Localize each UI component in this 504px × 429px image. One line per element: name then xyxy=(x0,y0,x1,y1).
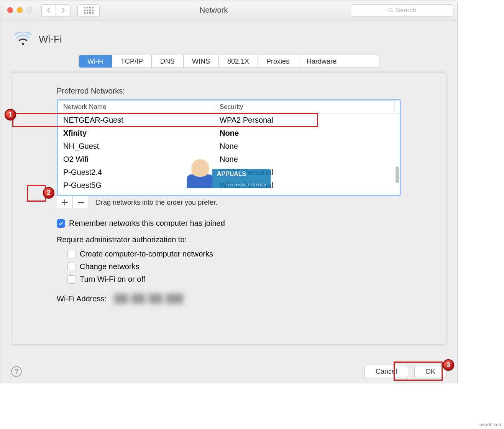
tab-tcpip[interactable]: TCP/IP xyxy=(112,55,152,67)
attribution-text: wsxdn.com xyxy=(479,422,502,427)
help-icon: ? xyxy=(15,368,18,376)
col-security[interactable]: Security xyxy=(215,103,394,111)
wifi-address-label: Wi-Fi Address: xyxy=(57,294,107,303)
remember-networks-row: Remember networks this computer has join… xyxy=(57,219,401,228)
titlebar: Network Search xyxy=(0,0,457,20)
search-placeholder: Search xyxy=(396,7,417,14)
wifi-address-row: Wi-Fi Address: xyxy=(57,294,401,304)
add-network-button[interactable] xyxy=(57,196,73,209)
table-row[interactable]: P-Guest2.4 WPA2 Personal xyxy=(58,166,400,179)
wifi-icon xyxy=(14,32,32,46)
panel-header: Wi-Fi xyxy=(11,32,447,46)
content-area: Wi-Fi Wi-Fi TCP/IP DNS WINS 802.1X Proxi… xyxy=(0,20,457,345)
help-button[interactable]: ? xyxy=(11,366,22,377)
scrollbar-thumb[interactable] xyxy=(396,166,399,183)
forward-button[interactable] xyxy=(56,4,71,16)
nav-buttons xyxy=(41,4,71,16)
col-end xyxy=(394,100,400,113)
tab-8021x[interactable]: 802.1X xyxy=(219,55,258,67)
remember-networks-label: Remember networks this computer has join… xyxy=(69,219,225,228)
dialog-footer: ? Cancel OK xyxy=(0,360,457,383)
annotation-badge-1: 1 xyxy=(5,109,16,120)
minus-icon xyxy=(78,199,84,205)
row-name: P-Guest2.4 xyxy=(58,168,215,177)
row-security: WPA2 Personal xyxy=(215,116,400,125)
preferences-window: Network Search Wi-Fi Wi-Fi TCP/IP DNS WI… xyxy=(0,0,458,383)
search-input[interactable]: Search xyxy=(351,4,453,16)
row-name: Xfinity xyxy=(58,129,215,138)
tab-wins[interactable]: WINS xyxy=(184,55,219,67)
admin-turnonoff-label: Turn Wi-Fi on or off xyxy=(80,275,145,284)
row-name: P-Guest5G xyxy=(58,181,215,190)
wifi-address-value-blurred xyxy=(114,294,183,304)
admin-change-label: Change networks xyxy=(80,262,140,271)
admin-create-label: Create computer-to-computer networks xyxy=(80,250,213,258)
admin-create-checkbox[interactable] xyxy=(67,250,76,258)
row-security: None xyxy=(215,155,400,164)
table-row[interactable]: NETGEAR-Guest WPA2 Personal xyxy=(58,113,400,127)
table-row[interactable]: NH_Guest None xyxy=(58,140,400,153)
back-button[interactable] xyxy=(41,4,56,16)
close-window-icon[interactable] xyxy=(7,7,13,13)
col-network-name[interactable]: Network Name xyxy=(58,103,215,111)
row-security: WPA2 Personal xyxy=(215,181,400,190)
row-name: O2 Wifi xyxy=(58,155,215,164)
row-security: None xyxy=(215,129,400,138)
admin-auth-label: Require administrator authorization to: xyxy=(57,235,401,244)
annotation-badge-3: 3 xyxy=(443,359,454,371)
admin-options: Create computer-to-computer networks Cha… xyxy=(67,250,401,284)
admin-change-checkbox[interactable] xyxy=(67,263,76,271)
check-icon xyxy=(58,221,64,226)
row-security: WPA2 Personal xyxy=(215,168,400,177)
minimize-window-icon[interactable] xyxy=(17,7,23,13)
table-header: Network Name Security xyxy=(58,100,400,113)
tab-proxies[interactable]: Proxies xyxy=(258,55,298,67)
row-name: NETGEAR-Guest xyxy=(58,116,215,125)
table-row[interactable]: Xfinity None xyxy=(58,127,400,140)
annotation-badge-2: 2 xyxy=(43,187,54,199)
add-remove-row: Drag networks into the order you prefer. xyxy=(57,196,401,209)
remember-networks-checkbox[interactable] xyxy=(57,219,65,228)
table-body: NETGEAR-Guest WPA2 Personal Xfinity None… xyxy=(58,113,400,192)
cancel-button[interactable]: Cancel xyxy=(364,365,408,378)
drag-hint-text: Drag networks into the order you prefer. xyxy=(96,196,217,209)
table-row[interactable]: O2 Wifi None xyxy=(58,153,400,166)
plus-icon xyxy=(62,199,68,205)
tab-hardware[interactable]: Hardware xyxy=(298,55,345,67)
zoom-window-icon xyxy=(26,7,32,13)
remove-network-button[interactable] xyxy=(73,196,89,209)
search-icon xyxy=(388,7,394,13)
page-title: Wi-Fi xyxy=(39,33,62,45)
tab-dns[interactable]: DNS xyxy=(152,55,184,67)
preferred-networks-label: Preferred Networks: xyxy=(57,87,401,95)
traffic-lights xyxy=(7,7,32,13)
admin-turnonoff-checkbox[interactable] xyxy=(67,275,76,284)
wifi-panel: Preferred Networks: Network Name Securit… xyxy=(11,72,447,345)
window-title: Network xyxy=(77,6,351,15)
row-name: NH_Guest xyxy=(58,142,215,151)
ok-button[interactable]: OK xyxy=(414,365,447,378)
table-row[interactable]: P-Guest5G WPA2 Personal xyxy=(58,179,400,192)
row-security: None xyxy=(215,142,400,151)
chevron-right-icon xyxy=(61,7,66,13)
preferred-networks-table[interactable]: Network Name Security NETGEAR-Guest WPA2… xyxy=(57,99,401,196)
tab-bar: Wi-Fi TCP/IP DNS WINS 802.1X Proxies Har… xyxy=(79,55,379,68)
tab-wifi[interactable]: Wi-Fi xyxy=(79,55,112,67)
chevron-left-icon xyxy=(46,7,51,13)
